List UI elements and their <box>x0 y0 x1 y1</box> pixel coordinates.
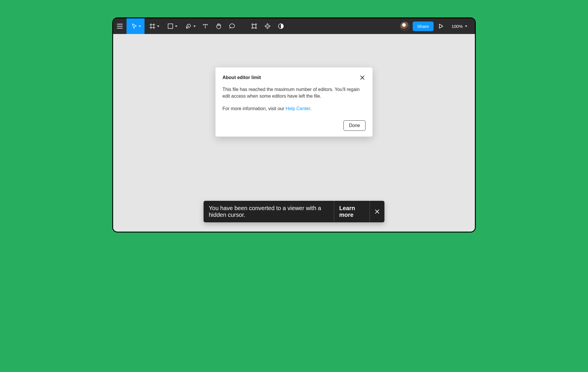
pen-tool-button[interactable] <box>181 18 199 34</box>
components-button[interactable] <box>261 18 274 34</box>
cursor-icon <box>132 23 137 29</box>
viewer-toast: You have been converted to a viewer with… <box>204 201 384 222</box>
present-button[interactable] <box>436 18 446 34</box>
svg-point-1 <box>188 26 189 26</box>
toolbar-left <box>113 18 288 34</box>
modal-body: This file has reached the maximum number… <box>222 86 366 112</box>
done-button[interactable]: Done <box>343 120 366 131</box>
svg-rect-5 <box>252 27 253 28</box>
modal-body-secondary: For more information, visit our Help Cen… <box>222 105 366 112</box>
app-window: Share 100% About editor limit <box>112 17 476 233</box>
zoom-dropdown[interactable]: 100% <box>449 24 468 29</box>
half-circle-icon <box>278 23 284 29</box>
help-center-link[interactable]: Help Center <box>286 106 310 111</box>
modal-body-main: This file has reached the maximum number… <box>222 86 366 99</box>
chevron-down-icon <box>465 26 467 27</box>
toolbar-right: Share 100% <box>400 18 473 34</box>
close-icon <box>375 209 380 214</box>
modal-close-button[interactable] <box>359 74 366 81</box>
move-tool-button[interactable] <box>126 18 145 34</box>
svg-rect-0 <box>168 24 173 28</box>
text-tool-button[interactable] <box>199 18 212 34</box>
modal-footer: Done <box>222 120 366 131</box>
shape-tool-button[interactable] <box>163 18 181 34</box>
pen-icon <box>185 23 192 29</box>
svg-rect-4 <box>255 24 256 25</box>
close-icon <box>360 75 365 80</box>
mask-button[interactable] <box>274 18 288 34</box>
zoom-value: 100% <box>452 24 463 29</box>
modal-body-prefix: For more information, visit our <box>222 106 286 111</box>
chevron-down-icon <box>139 26 141 27</box>
toast-message: You have been converted to a viewer with… <box>204 201 334 222</box>
hand-tool-button[interactable] <box>212 18 225 34</box>
frame-icon <box>149 23 155 29</box>
svg-rect-6 <box>255 27 256 28</box>
edit-object-button[interactable] <box>247 18 261 34</box>
hand-icon <box>215 23 222 29</box>
toast-learn-more-button[interactable]: Learn more <box>334 201 370 222</box>
share-button[interactable]: Share <box>413 22 434 31</box>
canvas-area[interactable]: About editor limit This file has reached… <box>113 34 475 232</box>
svg-rect-3 <box>252 24 253 25</box>
edit-object-icon <box>251 23 257 29</box>
modal-header: About editor limit <box>222 74 366 81</box>
rectangle-icon <box>168 23 173 29</box>
toast-close-button[interactable] <box>370 201 384 222</box>
modal-title: About editor limit <box>222 75 261 80</box>
comment-tool-button[interactable] <box>225 18 239 34</box>
comment-icon <box>229 23 235 29</box>
modal-body-suffix: . <box>310 106 311 111</box>
play-icon <box>439 24 443 29</box>
avatar[interactable] <box>400 22 409 31</box>
main-menu-button[interactable] <box>113 18 126 34</box>
chevron-down-icon <box>193 26 196 27</box>
frame-tool-button[interactable] <box>145 18 163 34</box>
chevron-down-icon <box>157 26 159 27</box>
toolbar: Share 100% <box>113 18 475 34</box>
chevron-down-icon <box>175 26 177 27</box>
component-icon <box>264 23 271 30</box>
hamburger-icon <box>117 24 123 28</box>
editor-limit-modal: About editor limit This file has reached… <box>215 67 373 137</box>
text-icon <box>202 23 208 29</box>
